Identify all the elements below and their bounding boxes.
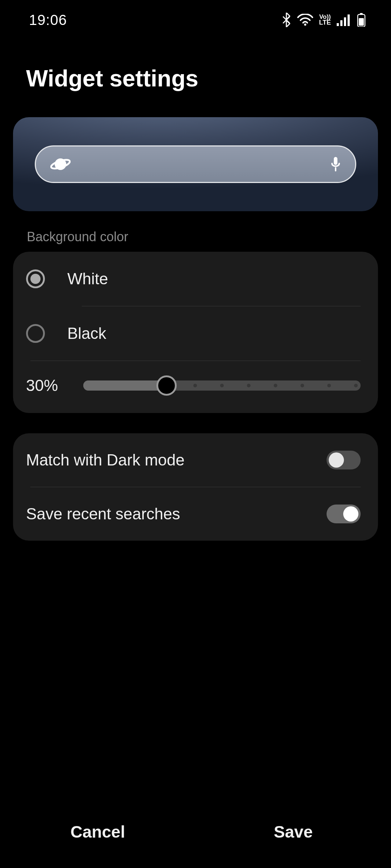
bluetooth-icon	[281, 13, 291, 27]
battery-icon	[357, 13, 366, 27]
svg-point-0	[304, 24, 306, 26]
save-recent-searches-row[interactable]: Save recent searches	[13, 487, 378, 541]
radio-label: Black	[67, 324, 106, 342]
bg-color-option-black[interactable]: Black	[13, 306, 378, 361]
svg-rect-10	[334, 157, 337, 165]
widget-preview	[13, 117, 378, 211]
footer-actions: Cancel Save	[0, 796, 391, 868]
svg-rect-4	[348, 14, 350, 26]
match-dark-mode-row[interactable]: Match with Dark mode	[13, 433, 378, 487]
status-time: 19:06	[29, 12, 67, 28]
status-bar: 19:06 Vo))LTE	[0, 0, 391, 40]
content: Widget settings Background color White B…	[0, 40, 391, 796]
svg-rect-3	[344, 17, 346, 26]
planet-icon	[50, 156, 71, 172]
search-bar-preview	[35, 145, 356, 183]
svg-rect-7	[359, 18, 364, 26]
microphone-icon	[331, 156, 341, 172]
wifi-icon	[297, 14, 313, 26]
bg-color-card: White Black 30%	[13, 252, 378, 413]
switch-label: Match with Dark mode	[26, 451, 185, 469]
radio-icon	[26, 324, 45, 343]
save-button[interactable]: Save	[196, 822, 391, 842]
bg-color-section-label: Background color	[27, 229, 378, 244]
switch-label: Save recent searches	[26, 505, 180, 523]
opacity-slider[interactable]	[83, 380, 361, 391]
status-icons: Vo))LTE	[281, 13, 366, 27]
signal-icon	[337, 14, 351, 26]
page-title: Widget settings	[26, 65, 378, 92]
volte-indicator: Vo))LTE	[319, 14, 331, 25]
svg-rect-2	[340, 20, 342, 26]
radio-label: White	[67, 270, 108, 288]
svg-rect-1	[337, 23, 339, 26]
switches-card: Match with Dark mode Save recent searche…	[13, 433, 378, 541]
match-dark-mode-toggle[interactable]	[327, 451, 361, 469]
cancel-button[interactable]: Cancel	[0, 822, 196, 842]
opacity-row: 30%	[13, 361, 378, 413]
save-recent-searches-toggle[interactable]	[327, 505, 361, 523]
radio-icon	[26, 269, 45, 288]
bg-color-option-white[interactable]: White	[13, 252, 378, 306]
opacity-value: 30%	[26, 376, 66, 395]
